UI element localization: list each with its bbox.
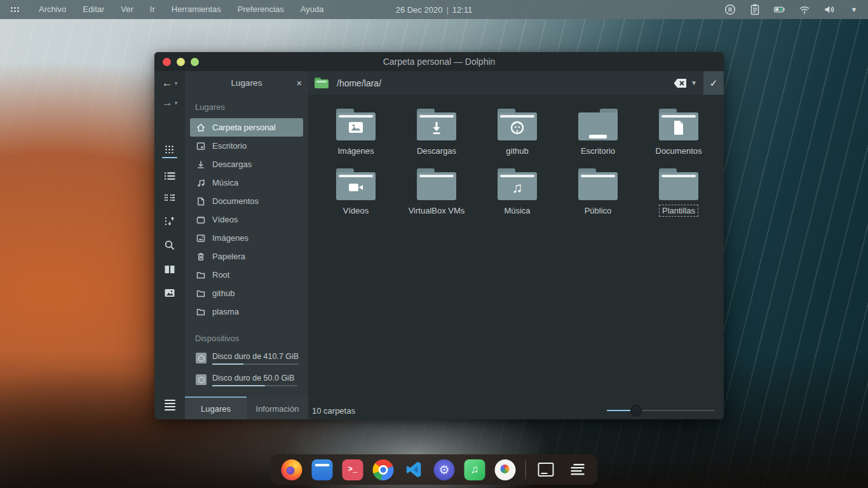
sidebar-item-imagenes[interactable]: Imágenes [190, 229, 303, 247]
menu-ver[interactable]: Ver [112, 0, 142, 19]
zoom-slider[interactable] [607, 405, 715, 416]
sidebar-item-github[interactable]: github [190, 284, 303, 302]
device-label: Disco duro de 50.0 GiB [212, 374, 297, 383]
music-player-icon[interactable]: ♫ [465, 459, 485, 480]
clear-location-button[interactable] [673, 78, 688, 88]
system-settings-icon[interactable]: ⚙ [434, 459, 455, 480]
icons-view-button[interactable] [163, 145, 176, 158]
sort-button[interactable] [163, 216, 176, 226]
folder-image-icon [336, 109, 376, 140]
details-view-button[interactable] [163, 172, 176, 180]
global-menubar: Archivo Editar Ver Ir Herramientas Prefe… [0, 0, 868, 19]
folder-tile-videos[interactable]: Vídeos [318, 165, 393, 216]
folder-download-icon [417, 109, 456, 140]
maximize-window-button[interactable] [191, 58, 199, 66]
folder-video-icon [336, 168, 376, 200]
menu-herramientas[interactable]: Herramientas [163, 0, 229, 19]
split-view-button[interactable] [163, 264, 176, 274]
volume-icon[interactable] [823, 3, 836, 16]
folder-tile-descargas[interactable]: Descargas [399, 105, 474, 156]
folder-label: Imágenes [335, 146, 376, 156]
folder-view[interactable]: Imágenes Descargas github [308, 95, 724, 402]
tab-lugares[interactable]: Lugares [185, 396, 247, 419]
app-launcher-button[interactable] [8, 4, 22, 15]
preview-button[interactable] [163, 288, 176, 298]
menu-ayuda[interactable]: Ayuda [292, 0, 332, 19]
minimize-window-button[interactable] [177, 58, 185, 66]
search-icon [164, 240, 175, 251]
sidebar-item-musica[interactable]: Música [190, 173, 303, 192]
menu-archivo[interactable]: Archivo [31, 0, 74, 19]
current-folder-icon [315, 78, 329, 88]
wifi-icon[interactable] [798, 3, 811, 16]
sidebar-item-descargas[interactable]: Descargas [190, 155, 303, 173]
vscode-icon[interactable] [403, 459, 424, 480]
zoom-slider-handle[interactable] [630, 405, 642, 416]
media-pause-icon[interactable] [724, 3, 736, 16]
accept-location-button[interactable]: ✓ [703, 71, 724, 95]
sidebar-item-documentos[interactable]: Documentos [190, 192, 303, 210]
sidebar-device-disk-2[interactable]: Disco duro de 50.0 GiB [190, 370, 303, 391]
folder-tile-documentos[interactable]: Documentos [641, 105, 716, 156]
close-panel-icon[interactable]: × [297, 79, 302, 88]
forward-button[interactable]: → ▾ [162, 97, 178, 108]
location-path[interactable]: /home/lara/ [337, 78, 381, 88]
sidebar-item-root[interactable]: Root [190, 266, 303, 284]
folder-plain-icon [578, 168, 618, 200]
location-dropdown-caret-icon[interactable]: ▼ [691, 79, 697, 86]
place-label: Documentos [212, 196, 259, 206]
window-titlebar[interactable]: Carpeta personal — Dolphin [154, 52, 724, 71]
back-button[interactable]: ← ▾ [162, 78, 178, 88]
folder-tile-musica[interactable]: ♫ Música [480, 165, 555, 216]
sidebar-item-papelera[interactable]: Papelera [190, 247, 303, 266]
compact-view-button[interactable] [163, 194, 176, 203]
battery-charging-icon[interactable] [773, 3, 786, 16]
folder-documents-icon [659, 109, 698, 140]
hamburger-icon [165, 400, 175, 411]
task-manager-icon[interactable] [566, 459, 587, 480]
menu-editar[interactable]: Editar [74, 0, 112, 19]
folder-label: Plantillas [660, 205, 698, 216]
active-view-underline [162, 157, 177, 158]
firefox-icon[interactable] [281, 459, 302, 480]
sidebar-item-plasma[interactable]: plasma [190, 302, 303, 321]
dock-separator [526, 461, 526, 479]
close-window-button[interactable] [163, 58, 171, 66]
clipboard-icon[interactable] [749, 3, 761, 16]
details-view-icon [164, 172, 175, 180]
window-switcher-icon[interactable] [536, 459, 557, 480]
search-button[interactable] [163, 240, 176, 251]
folder-tile-github[interactable]: github [480, 105, 555, 156]
hard-drive-icon [196, 374, 207, 385]
folder-icon [196, 307, 206, 317]
sidebar-item-escritorio[interactable]: Escritorio [190, 137, 303, 155]
clock-time: 12:11 [452, 5, 473, 15]
location-bar[interactable]: /home/lara/ ▼ ✓ [308, 71, 724, 95]
file-manager-icon[interactable] [312, 459, 333, 480]
place-label: Root [212, 270, 229, 280]
tab-informacion[interactable]: Información [247, 396, 308, 419]
folder-icon [196, 288, 206, 299]
folder-tile-imagenes[interactable]: Imágenes [318, 105, 393, 156]
split-view-icon [164, 264, 175, 274]
sidebar-device-disk-1[interactable]: Disco duro de 410.7 GiB [190, 348, 303, 370]
forward-history-caret-icon[interactable]: ▾ [175, 100, 178, 106]
back-history-caret-icon[interactable]: ▾ [175, 80, 178, 86]
icons-view-icon [165, 145, 175, 153]
menu-ir[interactable]: Ir [142, 0, 163, 19]
color-palette-icon[interactable] [495, 459, 516, 480]
control-menu-button[interactable] [165, 400, 175, 411]
menu-preferencias[interactable]: Preferencias [229, 0, 292, 19]
expand-tray-icon[interactable]: ▼ [848, 3, 860, 16]
folder-tile-plantillas[interactable]: Plantillas [641, 165, 716, 216]
device-label: Disco duro de 410.7 GiB [212, 352, 299, 361]
sidebar-item-videos[interactable]: Vídeos [190, 210, 303, 229]
clock[interactable]: 26 Dec 2020 | 12:11 [396, 5, 473, 15]
folder-tile-virtualbox-vms[interactable]: VirtualBox VMs [399, 165, 474, 216]
folder-tile-escritorio[interactable]: Escritorio [560, 105, 635, 156]
terminal-icon[interactable]: >_ [342, 459, 363, 480]
chrome-icon[interactable] [373, 459, 394, 480]
sidebar-item-carpeta-personal[interactable]: Carpeta personal [190, 118, 303, 137]
folder-tile-publico[interactable]: Público [560, 165, 635, 216]
backspace-icon [673, 78, 688, 88]
